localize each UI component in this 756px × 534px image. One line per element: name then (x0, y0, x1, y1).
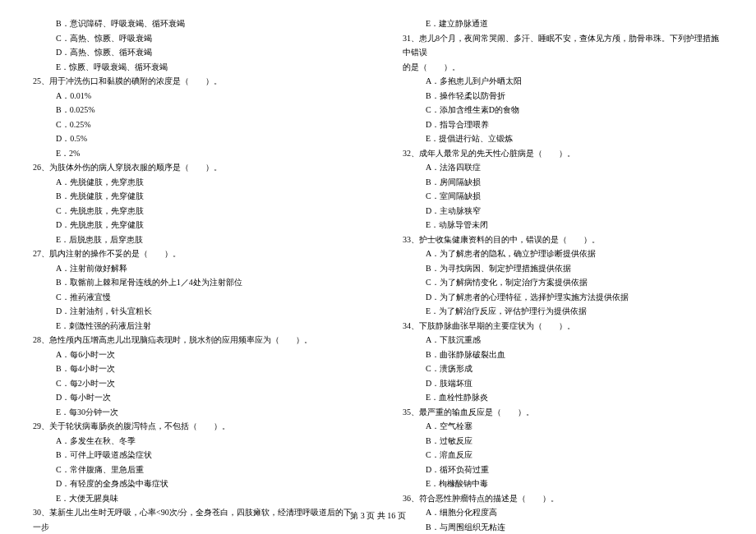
question-28: 28、急性颅内压增高患儿出现脑疝表现时，脱水剂的应用频率应为（ ）。 (33, 333, 353, 348)
option: E．后脱患肢，后穿患肢 (33, 232, 353, 247)
option: C．0.25% (33, 117, 353, 132)
option: E．建立静脉通道 (403, 16, 723, 31)
option: C．推药液宜慢 (33, 290, 353, 305)
option: E．为了解治疗反应，评估护理行为提供依据 (403, 304, 723, 319)
option: D．指导合理喂养 (403, 117, 723, 132)
question-31: 31、患儿8个月，夜间常哭闹、多汗、睡眠不安，查体见方颅，肋骨串珠。下列护理措施… (403, 31, 723, 60)
option: A．空气栓塞 (403, 419, 723, 434)
page-footer: 第 3 页 共 16 页 (0, 510, 756, 522)
left-column: B．意识障碍、呼吸衰竭、循环衰竭 C．高热、惊厥、呼吸衰竭 D．高热、惊厥、循环… (33, 16, 353, 534)
option: E．大便无腥臭味 (33, 491, 353, 506)
option: B．操作轻柔以防骨折 (403, 89, 723, 104)
option: A．注射前做好解释 (33, 261, 353, 276)
option: C．室间隔缺损 (403, 189, 723, 204)
option: A．法洛四联症 (403, 160, 723, 175)
option: E．血栓性静脉炎 (403, 390, 723, 405)
option: D．肢端坏疽 (403, 376, 723, 391)
question-33: 33、护士收集健康资料的目的中，错误的是（ ）。 (403, 232, 723, 247)
option: E．动脉导管未闭 (403, 218, 723, 232)
option: C．溃疡形成 (403, 361, 723, 376)
option: D．注射油剂，针头宜粗长 (33, 304, 353, 319)
option: E．提倡进行站、立锻炼 (403, 131, 723, 146)
question-36: 36、符合恶性肿瘤特点的描述是（ ）。 (403, 491, 723, 506)
option: A．先脱健肢，先穿患肢 (33, 175, 353, 190)
question-32: 32、成年人最常见的先天性心脏病是（ ）。 (403, 146, 723, 161)
option: C．为了解病情变化，制定治疗方案提供依据 (403, 275, 723, 290)
option: B．为寻找病因、制定护理措施提供依据 (403, 261, 723, 276)
option: D．循环负荷过重 (403, 463, 723, 477)
option: B．0.025% (33, 103, 353, 117)
option: A．每6小时一次 (33, 348, 353, 362)
option: A．多发生在秋、冬季 (33, 434, 353, 449)
option: B．房间隔缺损 (403, 175, 723, 190)
question-35: 35、最严重的输血反应是（ ）。 (403, 405, 723, 420)
option: C．添加含维生素D的食物 (403, 103, 723, 117)
option: D．先脱患肢，先穿健肢 (33, 218, 353, 232)
option: B．与周围组织无粘连 (403, 520, 723, 535)
option: D．有轻度的全身感染中毒症状 (33, 476, 353, 491)
option: D．0.5% (33, 131, 353, 146)
option: C．先脱患肢，先穿患肢 (33, 204, 353, 219)
option: A．下肢沉重感 (403, 333, 723, 348)
option: E．惊厥、呼吸衰竭、循环衰竭 (33, 60, 353, 75)
option: E．每30分钟一次 (33, 405, 353, 420)
option: C．高热、惊厥、呼吸衰竭 (33, 31, 353, 46)
option: E．2% (33, 146, 353, 161)
question-31-cont: 的是（ ）。 (403, 60, 723, 75)
option: C．常伴腹痛、里急后重 (33, 463, 353, 477)
option: D．每小时一次 (33, 390, 353, 405)
option: B．可伴上呼吸道感染症状 (33, 448, 353, 463)
question-26: 26、为肢体外伤的病人穿脱衣服的顺序是（ ）。 (33, 160, 353, 175)
option: A．0.01% (33, 89, 353, 104)
option: B．取髂前上棘和尾骨连线的外上1／4处为注射部位 (33, 275, 353, 290)
option: B．先脱健肢，先穿健肢 (33, 189, 353, 204)
question-25: 25、用于冲洗伤口和黏膜的碘附的浓度是（ ）。 (33, 74, 353, 89)
option: C．每2小时一次 (33, 376, 353, 391)
option: D．高热、惊厥、循环衰竭 (33, 45, 353, 60)
option: B．每4小时一次 (33, 361, 353, 376)
question-29: 29、关于轮状病毒肠炎的腹泻特点，不包括（ ）。 (33, 419, 353, 434)
option: B．过敏反应 (403, 434, 723, 449)
option: C．溶血反应 (403, 448, 723, 463)
option: E．枸橼酸钠中毒 (403, 476, 723, 491)
option: D．为了解患者的心理特征，选择护理实施方法提供依据 (403, 290, 723, 305)
right-column: E．建立静脉通道 31、患儿8个月，夜间常哭闹、多汗、睡眠不安，查体见方颅，肋骨… (403, 16, 723, 534)
question-27: 27、肌内注射的操作不妥的是（ ）。 (33, 246, 353, 261)
option: E．刺激性强的药液后注射 (33, 319, 353, 334)
option: A．为了解患者的隐私，确立护理诊断提供依据 (403, 246, 723, 261)
option: A．多抱患儿到户外晒太阳 (403, 74, 723, 89)
option: B．曲张静脉破裂出血 (403, 348, 723, 362)
option: B．意识障碍、呼吸衰竭、循环衰竭 (33, 16, 353, 31)
option: D．主动脉狭窄 (403, 204, 723, 219)
question-34: 34、下肢静脉曲张早期的主要症状为（ ）。 (403, 319, 723, 334)
